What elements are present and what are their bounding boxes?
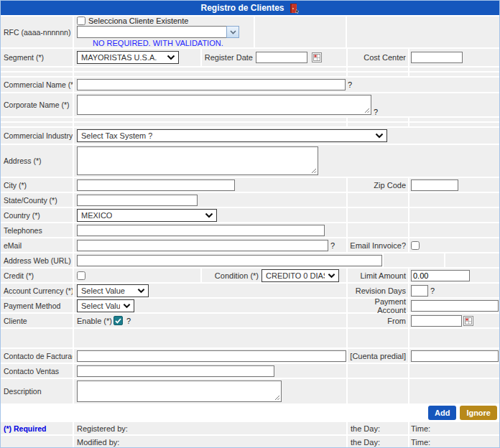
register-date-label: Register Date bbox=[205, 53, 253, 62]
row-payment-method: Payment Method Select Value Payment Acco… bbox=[1, 299, 499, 312]
rfc-validation-note: NO REQUIRED. WITH VALIDATION. bbox=[93, 39, 223, 47]
payment-method-select[interactable]: Select Value bbox=[77, 299, 134, 312]
row-segment: Segment (*) MAYORISTAS U.S.A. Register D… bbox=[1, 49, 499, 66]
row-rfc: RFC (aaaa-nnnnnn) Selecciona Cliente Exi… bbox=[1, 17, 499, 47]
segment-label: Segment (*) bbox=[1, 49, 73, 66]
zip-code-input[interactable] bbox=[411, 179, 458, 191]
enable-checkbox[interactable] bbox=[114, 316, 123, 325]
limit-amount-label: Limit Amount bbox=[360, 271, 406, 280]
email-invoice-checkbox[interactable] bbox=[411, 241, 420, 250]
title-bar: Registro de Clientes bbox=[1, 1, 499, 15]
account-currency-select[interactable]: Select Value bbox=[77, 284, 149, 297]
condition-select[interactable]: CREDITO 0 DIAS bbox=[261, 269, 339, 282]
row-telephones: Telephones bbox=[1, 223, 499, 237]
cost-center-label: Cost Center bbox=[364, 53, 406, 62]
row-country: Country (*) MEXICO bbox=[1, 208, 499, 222]
row-contacto-facturacion: Contacto de Facturación [Cuenta predial] bbox=[1, 349, 499, 363]
registered-by-label: Registered by: bbox=[77, 424, 128, 433]
corporate-name-label: Corporate Name (*) bbox=[1, 93, 73, 116]
select-existing-client-label: Selecciona Cliente Existente bbox=[88, 17, 188, 25]
row-footer-registered: (*) Required Registered by: the Day: Tim… bbox=[1, 422, 499, 434]
row-state-county: State/County (*) bbox=[1, 193, 499, 207]
commercial-name-input[interactable] bbox=[77, 79, 346, 90]
row-cliente: Cliente Enable (*) ? From bbox=[1, 314, 499, 327]
email-input[interactable] bbox=[77, 240, 328, 251]
row-account-currency: Account Currency (*) Select Value Revisi… bbox=[1, 284, 499, 297]
contacto-facturacion-input[interactable] bbox=[77, 350, 346, 362]
email-invoice-label: Email Innvoice? bbox=[350, 241, 406, 250]
corporate-name-textarea[interactable] bbox=[77, 95, 371, 115]
registered-time-label: Time: bbox=[411, 424, 430, 433]
account-currency-label: Account Currency (*) bbox=[1, 284, 73, 297]
row-address-web: Address Web (URL) bbox=[1, 253, 499, 267]
country-label: Country (*) bbox=[1, 208, 73, 222]
row-actions: Add Ignore bbox=[1, 405, 499, 421]
select-existing-client-checkbox[interactable] bbox=[77, 17, 85, 25]
segment-select[interactable]: MAYORISTAS U.S.A. bbox=[77, 51, 179, 64]
register-date-input[interactable] bbox=[256, 52, 307, 63]
country-select[interactable]: MEXICO bbox=[77, 209, 217, 222]
city-input[interactable] bbox=[77, 179, 235, 191]
modified-time-label: Time: bbox=[411, 438, 430, 447]
cost-center-input[interactable] bbox=[411, 52, 463, 63]
add-button[interactable]: Add bbox=[428, 406, 456, 420]
payment-account-input[interactable] bbox=[411, 300, 499, 312]
registered-day-label: the Day: bbox=[351, 424, 380, 433]
commercial-industry-label: Commercial Industry (*) bbox=[1, 128, 73, 144]
ignore-button[interactable]: Ignore bbox=[460, 406, 497, 420]
enable-label: Enable (*) bbox=[77, 317, 112, 325]
rfc-combo-input[interactable] bbox=[77, 26, 226, 38]
address-textarea[interactable] bbox=[77, 146, 318, 175]
row-spacer bbox=[1, 118, 499, 121]
state-county-label: State/County (*) bbox=[1, 193, 73, 207]
revision-days-input[interactable] bbox=[411, 285, 428, 297]
registro-clientes-window: Registro de Clientes RFC (aaaa-nnnnnn) S… bbox=[0, 0, 500, 448]
row-spacer bbox=[1, 67, 499, 71]
modified-by-label: Modified by: bbox=[77, 438, 119, 447]
row-description: Description bbox=[1, 379, 499, 403]
contacto-ventas-input[interactable] bbox=[77, 365, 274, 377]
chevron-down-icon bbox=[328, 273, 335, 279]
modified-day-label: the Day: bbox=[351, 438, 380, 447]
telephones-input[interactable] bbox=[77, 225, 325, 236]
page-title: Registro de Clientes bbox=[200, 3, 284, 13]
row-credit: Credit (*) Condition (*) CREDITO 0 DIAS … bbox=[1, 269, 499, 282]
row-spacer bbox=[1, 73, 499, 76]
description-textarea[interactable] bbox=[77, 381, 282, 402]
row-address: Address (*) bbox=[1, 145, 499, 177]
corporate-name-help: ? bbox=[374, 108, 378, 116]
calendar-icon[interactable] bbox=[463, 316, 473, 326]
limit-amount-input[interactable] bbox=[411, 270, 470, 281]
exit-door-icon[interactable] bbox=[289, 3, 300, 14]
row-contacto-ventas: Contacto Ventas bbox=[1, 364, 499, 378]
cliente-label: Cliente bbox=[1, 314, 73, 327]
address-web-input[interactable] bbox=[77, 255, 382, 266]
row-empty bbox=[1, 329, 499, 347]
payment-account-label: Payment Account bbox=[348, 297, 406, 314]
from-date-input[interactable] bbox=[411, 315, 462, 327]
row-footer-modified: Modified by: the Day: Time: bbox=[1, 436, 499, 448]
revision-days-help: ? bbox=[430, 286, 435, 295]
description-label: Description bbox=[1, 379, 73, 403]
contacto-ventas-label: Contacto Ventas bbox=[1, 364, 73, 378]
chevron-down-icon bbox=[123, 303, 131, 309]
chevron-down-icon bbox=[167, 55, 175, 60]
address-web-label: Address Web (URL) bbox=[1, 253, 73, 267]
email-help: ? bbox=[330, 241, 335, 250]
address-label: Address (*) bbox=[1, 145, 73, 177]
zip-code-label: Zip Code bbox=[374, 181, 406, 190]
contacto-facturacion-label: Contacto de Facturación bbox=[1, 349, 73, 363]
calendar-icon[interactable] bbox=[312, 52, 322, 62]
combo-dropdown-button[interactable] bbox=[226, 26, 239, 38]
row-commercial-name: Commercial Name (*) ? bbox=[1, 78, 499, 92]
rfc-combobox[interactable] bbox=[77, 26, 239, 38]
row-commercial-industry: Commercial Industry (*) Select Tax Syste… bbox=[1, 128, 499, 144]
row-spacer bbox=[1, 123, 499, 126]
commercial-industry-select[interactable]: Select Tax System ? bbox=[77, 129, 387, 142]
credit-checkbox[interactable] bbox=[77, 271, 85, 280]
telephones-label: Telephones bbox=[1, 223, 73, 237]
city-label: City (*) bbox=[1, 178, 73, 192]
state-county-input[interactable] bbox=[77, 195, 198, 206]
cuenta-predial-input[interactable] bbox=[411, 350, 499, 362]
chevron-down-icon bbox=[205, 213, 213, 218]
